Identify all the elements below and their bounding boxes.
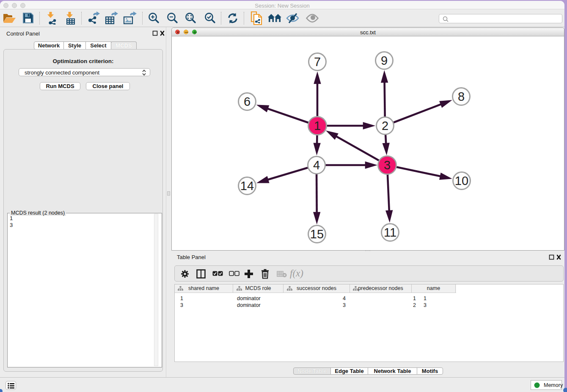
svg-text:15: 15 bbox=[310, 227, 324, 241]
svg-text:7: 7 bbox=[314, 55, 321, 69]
svg-text:4: 4 bbox=[313, 158, 320, 172]
svg-text:6: 6 bbox=[244, 95, 250, 108]
svg-text:11: 11 bbox=[384, 226, 396, 239]
svg-text:3: 3 bbox=[384, 158, 391, 172]
svg-text:8: 8 bbox=[458, 90, 465, 103]
svg-text:1: 1 bbox=[314, 119, 321, 133]
svg-text:10: 10 bbox=[455, 174, 468, 188]
svg-text:2: 2 bbox=[382, 119, 388, 133]
svg-text:14: 14 bbox=[240, 179, 254, 193]
svg-text:9: 9 bbox=[381, 54, 388, 67]
